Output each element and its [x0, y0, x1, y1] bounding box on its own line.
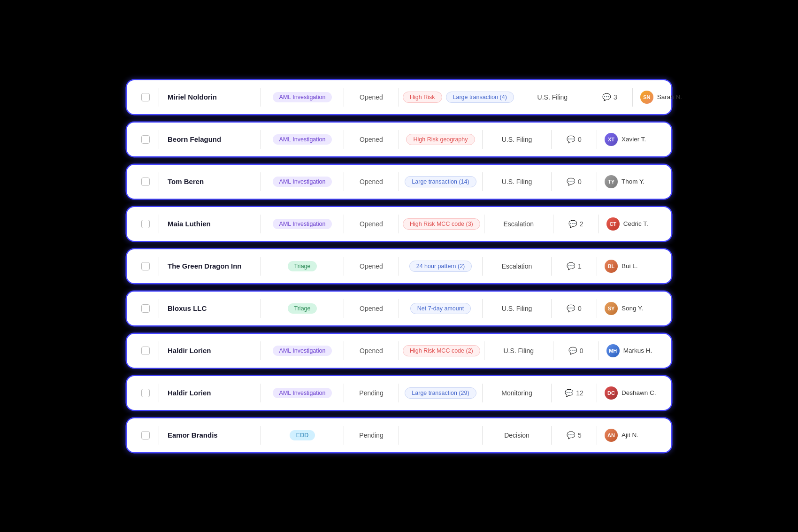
table-row[interactable]: Miriel NoldorinAML InvestigationOpenedHi… — [127, 80, 671, 114]
comment-count[interactable]: 💬5 — [555, 431, 593, 439]
divider — [159, 341, 159, 360]
case-action: U.S. Filing — [486, 178, 547, 185]
table-row[interactable]: Haldir LorienAML InvestigationOpenedHigh… — [127, 334, 671, 368]
case-risk-tag: Net 7-day amount — [410, 303, 471, 314]
row-checkbox[interactable] — [141, 304, 150, 313]
row-checkbox[interactable] — [141, 93, 150, 101]
table-row[interactable]: Eamor BrandisEDDPendingDecision💬5ANAjit … — [127, 418, 671, 452]
case-list: Miriel NoldorinAML InvestigationOpenedHi… — [127, 80, 671, 452]
case-tag-cell: Net 7-day amount — [403, 303, 478, 314]
comment-count[interactable]: 💬0 — [555, 135, 593, 144]
case-risk-tag: Large transaction (14) — [405, 176, 476, 187]
table-row[interactable]: The Green Dragon InnTriageOpened24 hour … — [127, 249, 671, 283]
table-row[interactable]: Tom BerenAML InvestigationOpenedLarge tr… — [127, 165, 671, 199]
case-action: Decision — [486, 432, 547, 439]
case-status: Opened — [348, 262, 395, 270]
row-checkbox[interactable] — [141, 177, 150, 186]
avatar: XT — [605, 133, 618, 146]
case-type-badge[interactable]: Triage — [288, 303, 317, 314]
user-name: Song Y. — [622, 305, 643, 312]
row-checkbox[interactable] — [141, 431, 150, 439]
comment-number: 1 — [578, 262, 582, 270]
divider — [344, 257, 344, 276]
comment-count[interactable]: 💬12 — [555, 389, 593, 397]
table-row[interactable]: Beorn FelagundAML InvestigationOpenedHig… — [127, 123, 671, 156]
avatar: SY — [605, 302, 618, 315]
case-type-badge[interactable]: AML Investigation — [273, 388, 332, 398]
divider — [261, 341, 261, 360]
comment-count[interactable]: 💬0 — [557, 347, 595, 355]
user-name: Xavier T. — [622, 136, 646, 143]
row-checkbox[interactable] — [141, 135, 150, 144]
divider — [261, 130, 261, 149]
divider — [484, 341, 484, 360]
divider — [399, 299, 399, 318]
case-type-badge[interactable]: AML Investigation — [273, 219, 332, 229]
case-risk-tag: High Risk geography — [406, 134, 475, 145]
user-name: Thom Y. — [622, 178, 645, 185]
assigned-user: SNSarah N. — [637, 91, 698, 104]
case-type-badge[interactable]: AML Investigation — [273, 177, 332, 187]
divider — [551, 426, 552, 445]
divider — [344, 341, 344, 360]
divider — [261, 257, 261, 276]
case-action: U.S. Filing — [522, 93, 583, 101]
checkbox-cell — [136, 220, 155, 228]
divider — [482, 172, 483, 191]
divider — [482, 257, 483, 276]
divider — [261, 299, 261, 318]
case-type-cell: Triage — [265, 303, 340, 314]
avatar: TY — [605, 175, 618, 188]
case-status: Pending — [348, 389, 395, 397]
divider — [344, 215, 344, 233]
row-checkbox[interactable] — [141, 389, 150, 397]
case-name: Miriel Noldorin — [163, 93, 257, 101]
divider — [598, 215, 599, 233]
case-name: Haldir Lorien — [163, 347, 257, 355]
case-type-badge[interactable]: AML Investigation — [273, 92, 332, 102]
case-type-badge[interactable]: AML Investigation — [273, 134, 332, 145]
divider — [399, 130, 399, 149]
case-type-badge[interactable]: EDD — [290, 430, 315, 440]
row-checkbox[interactable] — [141, 347, 150, 355]
case-type-cell: Triage — [265, 261, 340, 271]
case-tag-cell: 24 hour pattern (2) — [403, 261, 478, 272]
assigned-user: TYThom Y. — [601, 175, 662, 188]
avatar: MH — [606, 344, 620, 357]
comment-count[interactable]: 💬0 — [555, 177, 593, 186]
divider — [344, 426, 344, 445]
case-action: U.S. Filing — [486, 305, 547, 312]
table-row[interactable]: Haldir LorienAML InvestigationPendingLar… — [127, 376, 671, 410]
avatar: BL — [605, 260, 618, 273]
divider — [518, 88, 518, 107]
divider — [551, 257, 552, 276]
comment-count[interactable]: 💬0 — [555, 304, 593, 313]
assigned-user: BLBui L. — [601, 260, 662, 273]
comment-count[interactable]: 💬3 — [591, 93, 629, 101]
divider — [344, 299, 344, 318]
row-checkbox[interactable] — [141, 220, 150, 228]
comment-count[interactable]: 💬1 — [555, 262, 593, 270]
divider — [344, 384, 344, 402]
case-type-cell: EDD — [265, 430, 340, 440]
checkbox-cell — [136, 93, 155, 101]
divider — [551, 299, 552, 318]
case-name: Eamor Brandis — [163, 431, 257, 439]
avatar: AN — [605, 429, 618, 442]
case-type-badge[interactable]: Triage — [288, 261, 317, 271]
comment-icon: 💬 — [567, 135, 575, 144]
divider — [261, 426, 261, 445]
table-row[interactable]: Bloxus LLCTriageOpenedNet 7-day amountU.… — [127, 292, 671, 325]
case-type-cell: AML Investigation — [265, 346, 340, 356]
user-name: Ajit N. — [622, 432, 638, 439]
divider — [399, 257, 399, 276]
row-checkbox[interactable] — [141, 262, 150, 270]
comment-count[interactable]: 💬2 — [557, 220, 595, 228]
case-status: Opened — [348, 347, 395, 355]
case-type-badge[interactable]: AML Investigation — [273, 346, 332, 356]
case-name: Maia Luthien — [163, 220, 257, 228]
case-action: U.S. Filing — [486, 136, 547, 143]
table-row[interactable]: Maia LuthienAML InvestigationOpenedHigh … — [127, 207, 671, 241]
checkbox-cell — [136, 389, 155, 397]
avatar: DC — [605, 386, 618, 400]
